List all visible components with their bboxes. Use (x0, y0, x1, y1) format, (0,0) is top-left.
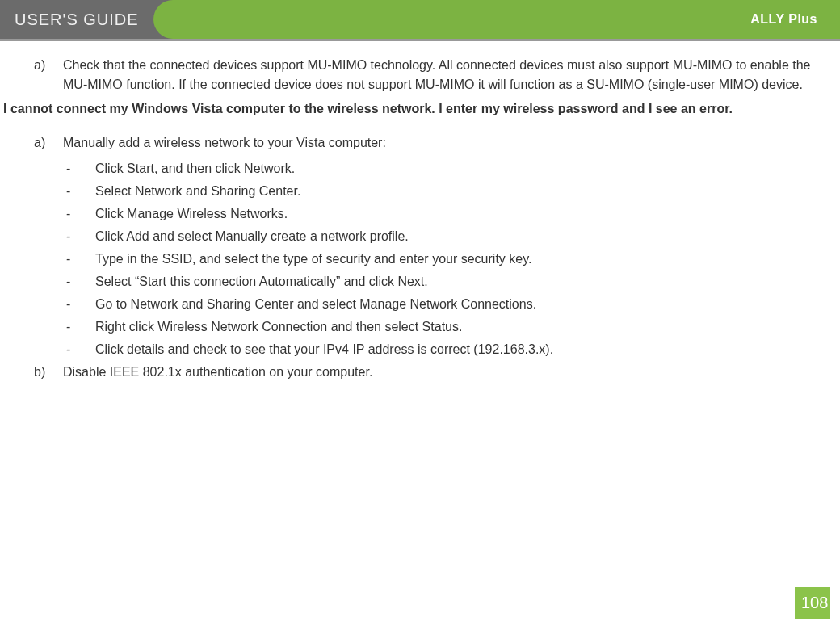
list-item: a) Check that the connected devices supp… (3, 56, 837, 94)
sub-step-text: Type in the SSID, and select the type of… (95, 248, 821, 271)
sub-step: -Click Add and select Manually create a … (63, 225, 821, 248)
sub-step: -Click Start, and then click Network. (63, 157, 821, 180)
header-underline (0, 39, 840, 41)
sub-step: -Select Network and Sharing Center. (63, 180, 821, 203)
sub-step: -Go to Network and Sharing Center and se… (63, 293, 821, 316)
list-marker: a) (3, 56, 63, 94)
header-right: ALLY Plus (179, 0, 840, 39)
sub-step-text: Click Add and select Manually create a n… (95, 225, 821, 248)
list-text: Manually add a wireless network to your … (63, 133, 837, 361)
sub-step: -Select “Start this connection Automatic… (63, 271, 821, 293)
sub-step-text: Click Manage Wireless Networks. (95, 203, 821, 225)
header-left: USER'S GUIDE (0, 0, 179, 39)
header-bar: USER'S GUIDE ALLY Plus (0, 0, 840, 39)
list-text: Disable IEEE 802.1x authentication on yo… (63, 363, 837, 382)
dash-marker: - (63, 271, 95, 293)
sub-step: -Right click Wireless Network Connection… (63, 316, 821, 338)
section1-list: a) Check that the connected devices supp… (3, 56, 837, 94)
sub-step-text: Go to Network and Sharing Center and sel… (95, 293, 821, 316)
page-content: a) Check that the connected devices supp… (0, 56, 840, 382)
dash-marker: - (63, 293, 95, 316)
dash-marker: - (63, 203, 95, 225)
dash-marker: - (63, 157, 95, 180)
sub-steps: -Click Start, and then click Network. -S… (63, 157, 821, 361)
dash-marker: - (63, 248, 95, 271)
product-name: ALLY Plus (750, 12, 817, 27)
sub-step-text: Click Start, and then click Network. (95, 157, 821, 180)
dash-marker: - (63, 180, 95, 203)
issue-heading: I cannot connect my Windows Vista comput… (3, 99, 837, 119)
sub-step: -Click Manage Wireless Networks. (63, 203, 821, 225)
section2-list: a) Manually add a wireless network to yo… (3, 133, 837, 382)
page-number: 108 (795, 587, 830, 619)
guide-title: USER'S GUIDE (15, 10, 139, 29)
list-item: a) Manually add a wireless network to yo… (3, 133, 837, 361)
list-text-main: Manually add a wireless network to your … (63, 136, 386, 149)
list-text: Check that the connected devices support… (63, 56, 837, 94)
dash-marker: - (63, 225, 95, 248)
dash-marker: - (63, 316, 95, 338)
sub-step: -Type in the SSID, and select the type o… (63, 248, 821, 271)
sub-step-text: Select “Start this connection Automatica… (95, 271, 821, 293)
list-marker: b) (3, 363, 63, 382)
sub-step: -Click details and check to see that you… (63, 338, 821, 361)
list-marker: a) (3, 133, 63, 361)
list-item: b) Disable IEEE 802.1x authentication on… (3, 363, 837, 382)
sub-step-text: Select Network and Sharing Center. (95, 180, 821, 203)
sub-step-text: Click details and check to see that your… (95, 338, 821, 361)
dash-marker: - (63, 338, 95, 361)
sub-step-text: Right click Wireless Network Connection … (95, 316, 821, 338)
